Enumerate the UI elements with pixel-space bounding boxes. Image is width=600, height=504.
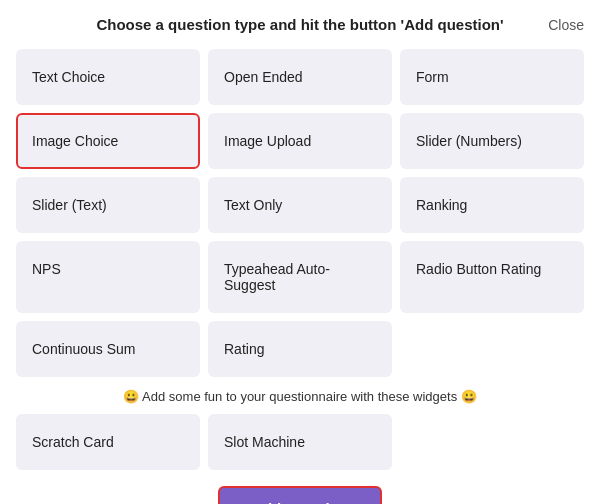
question-type-text-only[interactable]: Text Only — [208, 177, 392, 233]
question-type-image-choice[interactable]: Image Choice — [16, 113, 200, 169]
question-type-typeahead[interactable]: Typeahead Auto-Suggest — [208, 241, 392, 313]
question-type-ranking[interactable]: Ranking — [400, 177, 584, 233]
question-type-open-ended[interactable]: Open Ended — [208, 49, 392, 105]
widgets-label: 😀 Add some fun to your questionnaire wit… — [16, 389, 584, 404]
header-title: Choose a question type and hit the butto… — [16, 16, 584, 33]
close-button[interactable]: Close — [548, 17, 584, 33]
header: Choose a question type and hit the butto… — [16, 16, 584, 33]
question-type-text-choice[interactable]: Text Choice — [16, 49, 200, 105]
question-type-slider-text[interactable]: Slider (Text) — [16, 177, 200, 233]
question-type-slider-numbers[interactable]: Slider (Numbers) — [400, 113, 584, 169]
question-type-continuous-sum[interactable]: Continuous Sum — [16, 321, 200, 377]
question-type-form[interactable]: Form — [400, 49, 584, 105]
question-type-radio-button-rating[interactable]: Radio Button Rating — [400, 241, 584, 313]
question-type-rating[interactable]: Rating — [208, 321, 392, 377]
question-type-grid: Text ChoiceOpen EndedFormImage ChoiceIma… — [16, 49, 584, 377]
widget-type-scratch-card[interactable]: Scratch Card — [16, 414, 200, 470]
question-type-nps[interactable]: NPS — [16, 241, 200, 313]
add-question-button[interactable]: Add question — [218, 486, 382, 504]
question-type-image-upload[interactable]: Image Upload — [208, 113, 392, 169]
widgets-grid: Scratch CardSlot Machine — [16, 414, 584, 470]
widget-type-slot-machine[interactable]: Slot Machine — [208, 414, 392, 470]
